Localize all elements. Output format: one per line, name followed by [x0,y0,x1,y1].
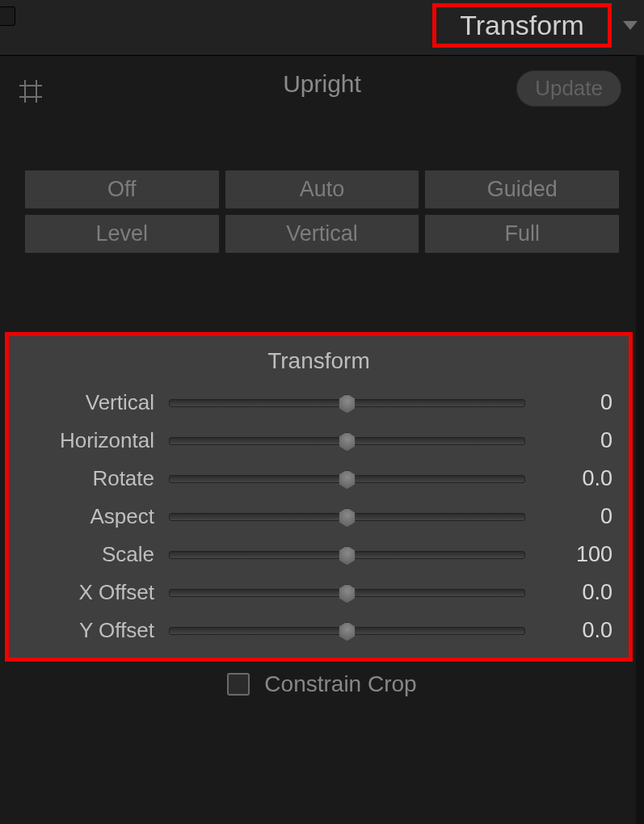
upright-mode-grid: Off Auto Guided Level Vertical Full [24,170,620,254]
slider-row-vertical: Vertical 0 [9,384,629,422]
y-offset-slider[interactable] [169,621,525,641]
right-scroll-strip[interactable] [636,55,644,824]
horizontal-slider[interactable] [169,431,525,451]
panel-header: Transform [0,0,644,56]
slider-value[interactable]: 0 [525,390,612,415]
mode-button-guided[interactable]: Guided [424,170,620,209]
slider-row-rotate: Rotate 0.0 [9,460,629,498]
update-button[interactable]: Update [516,70,621,107]
slider-label: Vertical [9,390,169,415]
chevron-down-icon[interactable] [623,21,638,30]
upright-header-row: Upright Update [0,56,644,131]
slider-thumb-icon[interactable] [338,508,357,528]
slider-label: Horizontal [9,428,169,453]
slider-thumb-icon[interactable] [338,470,357,490]
slider-thumb-icon[interactable] [338,394,357,414]
slider-value[interactable]: 0 [525,504,612,529]
constrain-crop-label: Constrain Crop [264,671,416,697]
header-end-tab [0,6,15,26]
slider-row-aspect: Aspect 0 [9,498,629,536]
slider-row-y-offset: Y Offset 0.0 [9,612,629,650]
slider-label: Scale [9,542,169,567]
slider-thumb-icon[interactable] [338,546,357,565]
slider-label: X Offset [9,580,169,605]
slider-label: Rotate [9,466,169,491]
transform-panel: Upright Update Off Auto Guided Level Ver… [0,56,644,254]
mode-button-auto[interactable]: Auto [225,170,420,209]
panel-title[interactable]: Transform [460,10,584,41]
slider-value[interactable]: 0.0 [525,580,612,605]
transform-sliders-highlight: Transform Vertical 0 Horizontal 0 Rotate [5,332,633,662]
slider-label: Aspect [9,504,169,529]
panel-title-highlight: Transform [432,3,612,48]
mode-button-off[interactable]: Off [24,170,220,209]
constrain-crop-row: Constrain Crop [0,671,644,697]
mode-button-full[interactable]: Full [424,214,620,254]
slider-row-scale: Scale 100 [9,536,629,574]
slider-row-horizontal: Horizontal 0 [9,422,629,460]
transform-sliders: Vertical 0 Horizontal 0 Rotate 0.0 [9,384,629,650]
mode-button-vertical[interactable]: Vertical [225,214,420,254]
rotate-slider[interactable] [169,469,525,489]
mode-button-level[interactable]: Level [24,214,220,254]
vertical-slider[interactable] [169,393,525,413]
slider-thumb-icon[interactable] [338,432,357,452]
slider-value[interactable]: 0 [525,428,612,453]
constrain-crop-checkbox[interactable] [227,673,250,696]
slider-label: Y Offset [9,618,169,643]
aspect-slider[interactable] [169,507,525,527]
transform-subtitle: Transform [9,348,629,374]
x-offset-slider[interactable] [169,583,525,603]
slider-value[interactable]: 100 [525,542,612,567]
slider-thumb-icon[interactable] [338,622,357,641]
scale-slider[interactable] [169,545,525,565]
slider-thumb-icon[interactable] [338,584,357,603]
slider-row-x-offset: X Offset 0.0 [9,574,629,612]
slider-value[interactable]: 0.0 [525,466,612,491]
slider-value[interactable]: 0.0 [525,618,612,643]
